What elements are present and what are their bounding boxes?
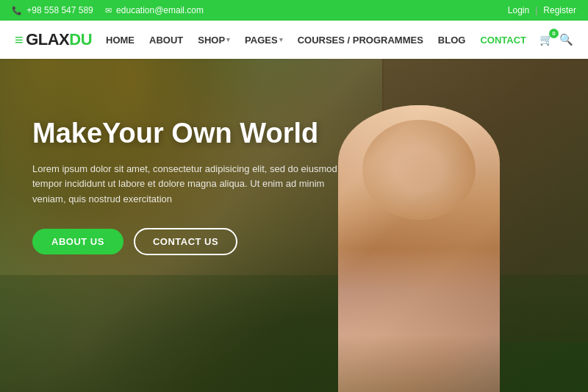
nav-blog[interactable]: BLOG <box>432 32 472 49</box>
register-link[interactable]: Register <box>543 5 576 15</box>
logo-text-highlight: DU <box>69 30 92 49</box>
navbar: ≡ GLAXDU HOME ABOUT SHOP▾ PAGES▾ COURSES… <box>0 21 588 59</box>
nav-courses[interactable]: COURSES / PROGRAMMES <box>292 32 429 49</box>
email-info: education@email.com <box>105 5 204 15</box>
nav-pages[interactable]: PAGES▾ <box>239 32 289 49</box>
contact-us-button[interactable]: CONTACT US <box>134 228 237 255</box>
phone-icon <box>12 5 24 15</box>
about-us-button[interactable]: ABOUT US <box>32 229 123 254</box>
nav-about[interactable]: ABOUT <box>143 32 189 49</box>
nav-links: HOME ABOUT SHOP▾ PAGES▾ COURSES / PROGRA… <box>100 32 573 49</box>
divider: | <box>535 5 537 15</box>
logo-text-main: GLAX <box>26 30 69 49</box>
nav-shop[interactable]: SHOP▾ <box>192 32 236 49</box>
nav-icons: 🛒 0 🔍 <box>539 33 573 46</box>
hero-subtitle: Lorem ipsum dolor sit amet, consectetur … <box>32 162 348 207</box>
cart-button[interactable]: 🛒 0 <box>539 33 553 46</box>
nav-contact[interactable]: CONTACT <box>474 32 532 49</box>
search-button[interactable]: 🔍 <box>559 33 573 46</box>
top-bar: +98 558 547 589 education@email.com Logi… <box>0 0 588 21</box>
hero-buttons: ABOUT US CONTACT US <box>32 228 348 255</box>
top-bar-auth: Login | Register <box>508 5 576 15</box>
phone-number: +98 558 547 589 <box>26 5 93 15</box>
login-link[interactable]: Login <box>508 5 529 15</box>
hero-title: MakeYour Own World <box>32 118 348 150</box>
student-image <box>338 105 500 392</box>
logo-icon: ≡ <box>15 32 23 49</box>
hero-section: MakeYour Own World Lorem ipsum dolor sit… <box>0 59 588 392</box>
top-bar-contact-info: +98 558 547 589 education@email.com <box>12 5 204 15</box>
chevron-down-icon: ▾ <box>226 36 230 43</box>
phone-info: +98 558 547 589 <box>12 5 93 15</box>
hero-content: MakeYour Own World Lorem ipsum dolor sit… <box>32 118 348 255</box>
logo[interactable]: ≡ GLAXDU <box>15 30 92 49</box>
nav-home[interactable]: HOME <box>100 32 140 49</box>
cart-badge: 0 <box>549 29 559 38</box>
email-address: education@email.com <box>116 5 204 15</box>
chevron-down-icon: ▾ <box>279 36 283 43</box>
mail-icon <box>105 5 114 15</box>
